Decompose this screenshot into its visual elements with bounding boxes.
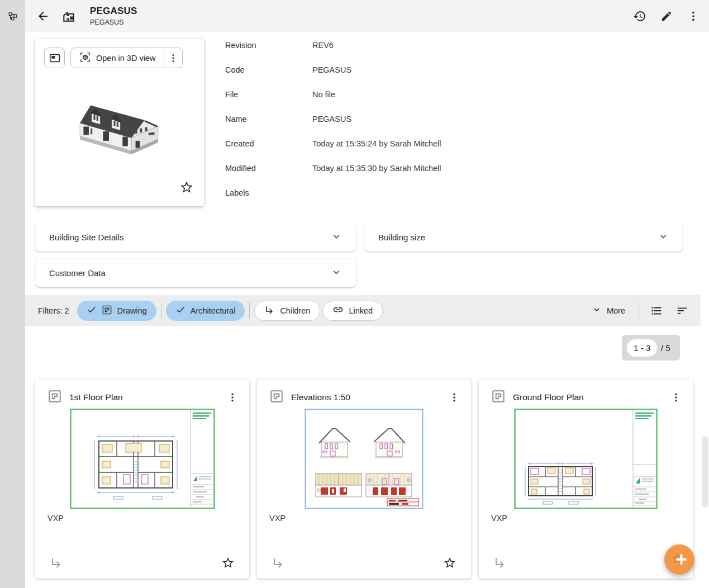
model-3d-thumbnail [69, 92, 170, 163]
drawing-thumbnail[interactable] [257, 409, 471, 509]
detail-row-revision: Revision REV6 [225, 33, 572, 58]
list-view-icon[interactable] [649, 303, 664, 319]
drawing-card-elevations: Elevations 1:50 [257, 380, 471, 578]
filter-bar-right: More [589, 302, 689, 319]
open-3d-view-button[interactable]: Open in 3D view [71, 48, 164, 68]
view-3d-icon [79, 51, 91, 65]
detail-label: Name [225, 115, 312, 124]
children-icon[interactable] [272, 556, 285, 570]
children-icon[interactable] [50, 556, 63, 570]
filters-count-label: Filters: 2 [38, 306, 69, 315]
card-header: Elevations 1:50 [257, 380, 471, 406]
panel-label: Building Site Details [49, 233, 123, 242]
preview-toolbar: Open in 3D view [44, 48, 183, 68]
card-title: Elevations 1:50 [291, 392, 350, 402]
add-favorite-fab[interactable] [664, 544, 694, 575]
drawing-thumbnail[interactable] [479, 409, 693, 509]
detail-value: No file [312, 90, 335, 99]
card-footer [479, 556, 693, 570]
detail-label: Modified [225, 164, 312, 173]
detail-value: Today at 15:35:24 by Sarah Mitchell [312, 139, 441, 148]
title-wrap: PEGASUS PEGASUS [90, 6, 137, 26]
drawing-icon [102, 305, 112, 317]
chevron-down-icon [331, 231, 342, 244]
drawing-card-ground-floor-plan: Ground Floor Plan [479, 380, 693, 578]
building-icon [61, 8, 77, 24]
panel-customer-data[interactable]: Customer Data [35, 259, 356, 287]
chip-label: Drawing [117, 306, 147, 315]
children-icon[interactable] [493, 556, 507, 570]
detail-label: Code [225, 65, 312, 74]
card-code: VXP [491, 514, 507, 523]
drawing-icon [47, 389, 62, 406]
card-kebab-icon[interactable] [446, 390, 462, 405]
check-icon [87, 305, 97, 316]
chevron-down-icon [592, 305, 601, 316]
favorite-icon[interactable] [179, 180, 194, 196]
panel-label: Customer Data [49, 268, 106, 278]
filter-chip-architectural[interactable]: Architectural [166, 301, 245, 321]
filter-bar: Filters: 2 Drawing Architectural Childre… [25, 295, 701, 326]
card-header: Ground Floor Plan [479, 380, 693, 406]
check-icon [175, 305, 185, 316]
hierarchy-icon[interactable] [5, 8, 21, 24]
more-filters-button[interactable]: More [589, 305, 629, 316]
card-code: VXP [47, 514, 64, 523]
chevron-down-icon [331, 267, 342, 279]
divider [161, 302, 161, 319]
filter-chip-linked[interactable]: Linked [322, 301, 383, 321]
page-title: PEGASUS [90, 6, 137, 17]
linked-icon [332, 304, 344, 317]
detail-row-created: Created Today at 15:35:24 by Sarah Mitch… [225, 131, 572, 156]
filter-chip-drawing[interactable]: Drawing [77, 301, 156, 321]
detail-label: Created [225, 139, 312, 148]
drawing-icon [269, 389, 284, 406]
detail-label: File [225, 90, 312, 99]
model-preview-card: Open in 3D view [35, 39, 204, 206]
detail-label: Labels [225, 188, 312, 197]
detail-row-code: Code PEGASUS [225, 58, 572, 82]
detail-value: PEGASUS [312, 65, 351, 74]
history-icon[interactable] [632, 8, 648, 24]
detail-row-file: File No file [225, 82, 572, 107]
card-title: 1st Floor Plan [69, 392, 123, 402]
back-button[interactable] [35, 8, 51, 24]
page-subtitle: PEGASUS [90, 18, 137, 26]
filter-chip-children[interactable]: Children [254, 301, 320, 321]
kebab-menu-icon[interactable] [686, 8, 701, 24]
card-kebab-icon[interactable] [225, 390, 240, 405]
favorite-icon[interactable] [443, 556, 456, 570]
drawing-icon [491, 389, 506, 406]
panel-building-size[interactable]: Building size [364, 223, 683, 252]
edit-icon[interactable] [659, 8, 674, 24]
pagination-range: 1 - 3 [627, 339, 657, 357]
pagination-control[interactable]: 1 - 3 / 5 [622, 335, 680, 361]
sort-icon[interactable] [675, 303, 689, 319]
chip-label: Linked [349, 306, 373, 315]
open-3d-group: Open in 3D view [70, 48, 183, 68]
drawing-thumbnail[interactable] [35, 409, 249, 509]
card-code: VXP [269, 514, 285, 523]
more-label: More [607, 306, 625, 315]
card-kebab-icon[interactable] [668, 390, 684, 405]
app-window: PEGASUS PEGASUS [0, 0, 709, 588]
pagination-total: / 5 [661, 343, 670, 353]
left-rail [0, 0, 25, 588]
panel-label: Building size [378, 233, 425, 242]
chevron-down-icon [658, 231, 669, 244]
panel-building-site-details[interactable]: Building Site Details [35, 223, 356, 252]
detail-value: PEGASUS [312, 115, 351, 124]
detail-value: Today at 15:35:30 by Sarah Mitchell [312, 164, 441, 173]
card-footer [35, 556, 249, 570]
pip-icon[interactable] [44, 48, 65, 68]
open-3d-kebab-icon[interactable] [164, 48, 182, 68]
card-title: Ground Floor Plan [513, 392, 584, 402]
detail-row-name: Name PEGASUS [225, 107, 572, 131]
chip-label: Children [280, 306, 310, 315]
favorite-icon[interactable] [221, 556, 235, 570]
detail-row-modified: Modified Today at 15:35:30 by Sarah Mitc… [225, 156, 572, 181]
top-bar: PEGASUS PEGASUS [25, 0, 709, 32]
details-list: Revision REV6 Code PEGASUS File No file … [225, 33, 572, 205]
scrollbar-thumb[interactable] [702, 436, 708, 508]
top-bar-left: PEGASUS PEGASUS [25, 6, 137, 26]
